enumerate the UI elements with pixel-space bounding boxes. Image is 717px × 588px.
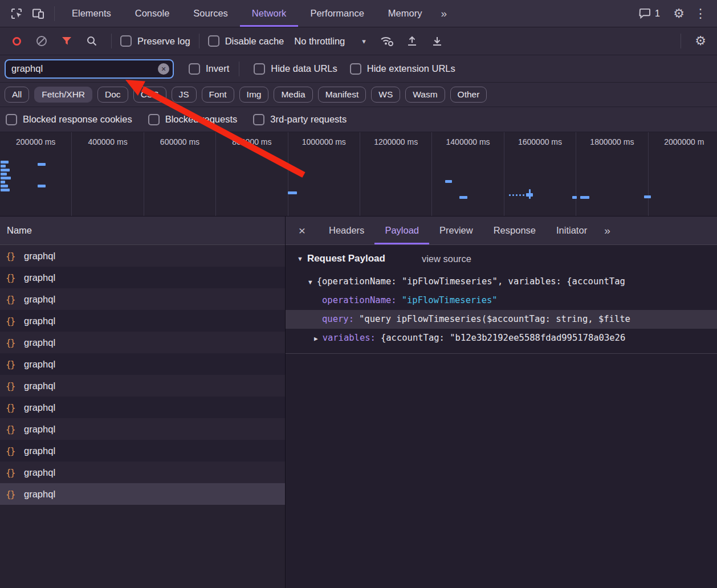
chip-manifest[interactable]: Manifest (318, 87, 366, 103)
chip-img[interactable]: Img (239, 87, 269, 103)
detail-more-tabs-icon[interactable]: » (597, 224, 617, 237)
request-row[interactable]: {}graphql (0, 332, 285, 353)
waterfall-bar (1, 161, 9, 164)
detail-tab-preview[interactable]: Preview (429, 217, 483, 244)
expand-caret-icon[interactable]: ▶ (314, 335, 318, 342)
request-row[interactable]: {}graphql (0, 375, 285, 397)
detail-tab-initiator[interactable]: Initiator (546, 217, 597, 244)
filter-icon[interactable] (56, 31, 78, 51)
clear-filter-icon[interactable]: × (158, 63, 169, 75)
network-conditions-icon[interactable] (376, 31, 398, 51)
more-tabs-icon[interactable]: » (434, 7, 454, 20)
invert-checkbox[interactable]: Invert (189, 63, 229, 75)
json-braces-icon: {} (6, 489, 18, 500)
json-braces-icon: {} (6, 272, 18, 283)
request-details-panel: × HeadersPayloadPreviewResponseInitiator… (286, 217, 717, 588)
checkbox-blocked-requests[interactable]: Blocked requests (148, 114, 238, 125)
timeline-label: 2000000 m (664, 137, 704, 146)
filter-input[interactable] (5, 59, 174, 79)
timeline-column: 1800000 ms (576, 132, 648, 216)
request-row[interactable]: {}graphql (0, 353, 285, 375)
collapse-caret-icon[interactable]: ▼ (297, 255, 303, 262)
export-har-icon[interactable] (426, 31, 448, 51)
name-column-header[interactable]: Name (0, 217, 285, 245)
hide-data-urls-checkbox[interactable]: Hide data URLs (254, 63, 337, 75)
chip-wasm[interactable]: Wasm (405, 87, 445, 103)
request-name: graphql (24, 251, 55, 262)
payload-operationname-row[interactable]: operationName:"ipFlowTimeseries" (286, 291, 717, 310)
search-icon[interactable] (81, 31, 103, 51)
tab-console[interactable]: Console (123, 0, 182, 27)
request-row[interactable]: {}graphql (0, 397, 285, 418)
blocked-filters-row: Blocked response cookiesBlocked requests… (0, 107, 717, 132)
request-row[interactable]: {}graphql (0, 267, 285, 288)
payload-query-row[interactable]: query:"query ipFlowTimeseries($accountTa… (286, 310, 717, 329)
settings-gear-icon[interactable]: ⚙ (668, 3, 690, 24)
chip-media[interactable]: Media (274, 87, 312, 103)
request-row[interactable]: {}graphql (0, 440, 285, 462)
chip-ws[interactable]: WS (371, 87, 400, 103)
hide-extension-urls-checkbox[interactable]: Hide extension URLs (350, 63, 455, 75)
record-button[interactable] (6, 31, 27, 51)
timeline-column: 800000 ms (216, 132, 288, 216)
request-row[interactable]: {}graphql (0, 483, 285, 505)
request-row[interactable]: {}graphql (0, 310, 285, 332)
chip-css[interactable]: CSS (133, 87, 166, 103)
checkbox-blocked-response-cookies[interactable]: Blocked response cookies (6, 114, 132, 125)
tab-sources[interactable]: Sources (181, 0, 240, 27)
checkbox-label: Blocked response cookies (23, 114, 132, 125)
close-panel-icon[interactable]: × (286, 224, 319, 238)
filter-input-wrap: × (5, 59, 174, 79)
request-name: graphql (24, 316, 55, 326)
request-name: graphql (24, 467, 55, 478)
clear-network-log-icon[interactable] (31, 31, 52, 51)
request-row[interactable]: {}graphql (0, 462, 285, 483)
expand-caret-icon[interactable]: ▼ (308, 279, 312, 286)
checkbox-label: Disable cache (225, 36, 284, 47)
timeline-label: 400000 ms (88, 137, 127, 146)
inspect-element-icon[interactable] (6, 3, 27, 24)
network-settings-gear-icon[interactable]: ⚙ (690, 31, 711, 51)
tab-elements[interactable]: Elements (60, 0, 123, 27)
detail-tab-payload[interactable]: Payload (374, 217, 429, 244)
timeline-column: 1600000 ms (504, 132, 576, 216)
json-string-value: "ipFlowTimeseries" (402, 295, 498, 305)
timeline-overview[interactable]: 200000 ms400000 ms600000 ms800000 ms1000… (0, 132, 717, 217)
tab-network[interactable]: Network (240, 0, 299, 27)
network-toolbar: Preserve log Disable cache No throttling… (0, 27, 717, 55)
timeline-label: 1800000 ms (590, 137, 634, 146)
request-name: graphql (24, 337, 55, 348)
chip-font[interactable]: Font (202, 87, 234, 103)
request-row[interactable]: {}graphql (0, 418, 285, 440)
chip-fetch-xhr[interactable]: Fetch/XHR (34, 87, 92, 103)
kebab-menu-icon[interactable]: ⋮ (690, 3, 711, 24)
device-toolbar-icon[interactable] (27, 3, 49, 24)
request-row[interactable]: {}graphql (0, 288, 285, 310)
waterfall-bar (1, 173, 7, 175)
tab-performance[interactable]: Performance (298, 0, 376, 27)
tab-memory[interactable]: Memory (376, 0, 434, 27)
request-row[interactable]: {}graphql (0, 245, 285, 267)
preserve-log-checkbox[interactable]: Preserve log (120, 35, 190, 47)
payload-variables-row[interactable]: ▶variables:{accountTag: "b12e3b2192ee558… (286, 329, 717, 348)
chip-other[interactable]: Other (450, 87, 487, 103)
timeline-label: 600000 ms (160, 137, 199, 146)
detail-tab-response[interactable]: Response (483, 217, 546, 244)
disable-cache-checkbox[interactable]: Disable cache (208, 35, 284, 47)
checkbox-label: Preserve log (137, 36, 190, 47)
view-source-link[interactable]: view source (422, 254, 471, 264)
import-har-icon[interactable] (401, 31, 423, 51)
console-messages-badge[interactable]: 1 (639, 8, 660, 19)
chip-js[interactable]: JS (172, 87, 197, 103)
request-name: graphql (24, 489, 55, 500)
throttling-dropdown[interactable]: No throttling ▾ (294, 36, 366, 47)
payload-root-row[interactable]: ▼{operationName: "ipFlowTimeseries", var… (286, 272, 717, 291)
checkbox-3rd-party-requests[interactable]: 3rd-party requests (253, 114, 347, 125)
chip-all[interactable]: All (5, 87, 29, 103)
detail-tab-headers[interactable]: Headers (319, 217, 374, 244)
payload-panel: ▼ Request Payload view source ▼{operatio… (286, 245, 717, 354)
chip-doc[interactable]: Doc (97, 87, 128, 103)
waterfall-bar (529, 189, 531, 199)
checkbox-label: 3rd-party requests (270, 114, 347, 125)
json-braces-icon: {} (6, 467, 18, 478)
